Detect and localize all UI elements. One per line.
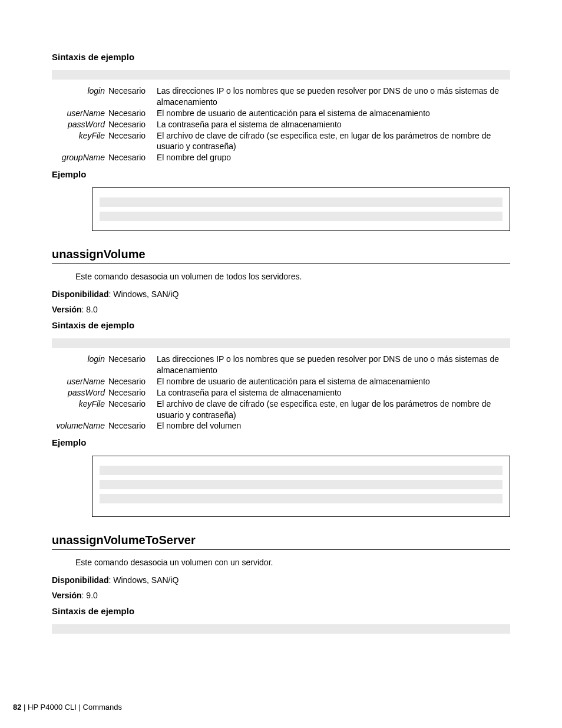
param-desc: El archivo de clave de cifrado (se espec… [157,398,510,421]
code-placeholder [52,624,510,634]
code-placeholder [100,466,503,475]
code-placeholder [100,212,503,221]
section-rule [52,263,510,264]
param-row: passWord Necesario La contraseña para el… [52,119,510,130]
availability-line: Disponibilidad: Windows, SAN/iQ [52,289,510,299]
example-box [92,187,510,231]
availability-value: : Windows, SAN/iQ [108,575,178,585]
param-name: keyFile [52,398,108,410]
section-title-unassignvolumetoserver: unassignVolumeToServer [52,533,510,547]
param-row: keyFile Necesario El archivo de clave de… [52,130,510,153]
footer-crumb-2: Commands [83,703,122,711]
param-name: passWord [52,387,108,398]
code-placeholder [52,338,510,348]
footer-crumb-1: HP P4000 CLI [28,703,77,711]
param-req: Necesario [108,108,157,119]
param-row: passWord Necesario La contraseña para el… [52,387,510,398]
param-name: userName [52,376,108,387]
param-req: Necesario [108,119,157,130]
example-box [92,456,510,517]
param-table-1: login Necesario Las direcciones IP o los… [52,85,510,163]
param-name: userName [52,108,108,119]
param-row: keyFile Necesario El archivo de clave de… [52,398,510,421]
param-desc: El nombre del grupo [157,152,510,163]
availability-value: : Windows, SAN/iQ [108,289,178,299]
param-row: groupName Necesario El nombre del grupo [52,152,510,163]
param-desc: El nombre de usuario de autenticación pa… [157,108,510,119]
param-name: passWord [52,119,108,130]
param-table-2: login Necesario Las direcciones IP o los… [52,354,510,431]
version-label: Versión [52,591,82,600]
param-row: login Necesario Las direcciones IP o los… [52,354,510,376]
param-row: userName Necesario El nombre de usuario … [52,376,510,387]
param-desc: El nombre de usuario de autenticación pa… [157,376,510,387]
version-label: Versión [52,305,82,314]
param-req: Necesario [108,387,157,398]
availability-label: Disponibilidad [52,289,108,299]
param-req: Necesario [108,376,157,387]
param-desc: El archivo de clave de cifrado (se espec… [157,130,510,153]
param-name: login [52,354,108,365]
page-footer: 82 | HP P4000 CLI | Commands [13,703,122,711]
code-placeholder [100,197,503,207]
param-row: login Necesario Las direcciones IP o los… [52,85,510,108]
param-name: keyFile [52,130,108,141]
syntax-heading: Sintaxis de ejemplo [52,606,510,616]
param-desc: Las direcciones IP o los nombres que se … [157,354,510,376]
section-title-unassignvolume: unassignVolume [52,248,510,261]
availability-label: Disponibilidad [52,575,108,585]
param-req: Necesario [108,85,157,97]
param-desc: La contraseña para el sistema de almacen… [157,387,510,398]
param-req: Necesario [108,130,157,141]
version-line: Versión: 9.0 [52,591,510,600]
code-placeholder [100,480,503,489]
page-number: 82 [13,703,21,711]
code-placeholder [100,494,503,503]
syntax-heading: Sintaxis de ejemplo [52,320,510,330]
param-name: volumeName [52,420,108,431]
section-rule [52,549,510,550]
footer-sep: | [21,703,28,711]
param-req: Necesario [108,420,157,431]
version-value: : 8.0 [82,305,98,314]
param-desc: Las direcciones IP o los nombres que se … [157,85,510,108]
param-req: Necesario [108,152,157,163]
param-name: groupName [52,152,108,163]
version-value: : 9.0 [82,591,98,600]
param-desc: La contraseña para el sistema de almacen… [157,119,510,130]
param-req: Necesario [108,354,157,365]
param-name: login [52,85,108,97]
example-heading: Ejemplo [52,437,510,447]
param-req: Necesario [108,398,157,410]
param-row: userName Necesario El nombre de usuario … [52,108,510,119]
version-line: Versión: 8.0 [52,305,510,314]
section-intro: Este comando desasocia un volumen con un… [75,557,510,568]
code-placeholder [52,70,510,80]
section-intro: Este comando desasocia un volumen de tod… [75,271,510,282]
syntax-heading: Sintaxis de ejemplo [52,52,510,62]
example-heading: Ejemplo [52,169,510,179]
param-desc: El nombre del volumen [157,420,510,431]
availability-line: Disponibilidad: Windows, SAN/iQ [52,575,510,585]
param-row: volumeName Necesario El nombre del volum… [52,420,510,431]
footer-sep: | [77,703,83,711]
